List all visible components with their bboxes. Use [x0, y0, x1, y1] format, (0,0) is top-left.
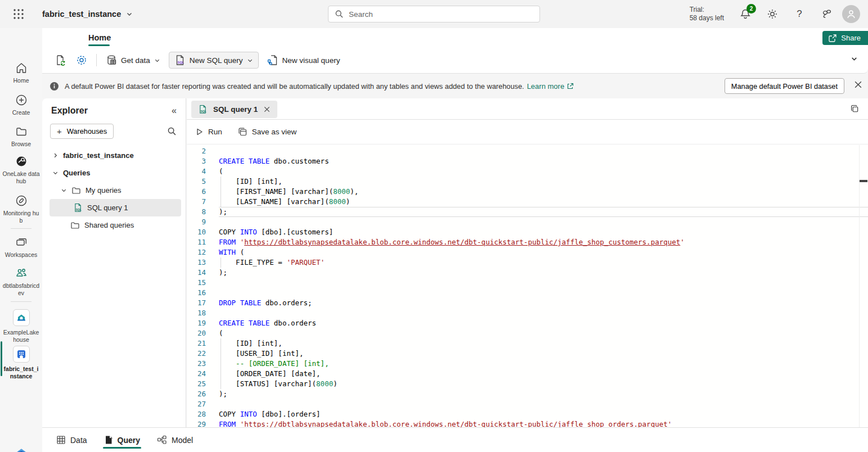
- nav-create[interactable]: Create: [0, 94, 42, 116]
- refresh-button[interactable]: [50, 52, 71, 69]
- code-line[interactable]: 13 FILE_TYPE = 'PARQUET': [187, 257, 868, 268]
- nav-workspaces[interactable]: Workspaces: [0, 236, 42, 259]
- line-content[interactable]: COPY INTO [dbo].[customers]: [219, 227, 868, 237]
- ribbon-expand-chevron-icon[interactable]: [851, 55, 858, 62]
- code-line[interactable]: 20(: [187, 328, 868, 338]
- line-content[interactable]: [USER_ID] [int],: [219, 349, 868, 359]
- collapse-panel-icon[interactable]: «: [172, 106, 177, 116]
- share-button[interactable]: Share: [822, 31, 868, 45]
- line-content[interactable]: [ID] [int],: [219, 177, 868, 187]
- line-content[interactable]: CREATE TABLE dbo.orders: [219, 318, 868, 328]
- new-sql-query-button[interactable]: SQL New SQL query: [169, 52, 259, 69]
- line-content[interactable]: DROP TABLE dbo.orders;: [219, 298, 868, 308]
- add-warehouses-button[interactable]: + Warehouses: [50, 124, 114, 139]
- code-line[interactable]: 27: [187, 399, 868, 409]
- line-content[interactable]: );: [219, 207, 868, 217]
- code-line[interactable]: 10COPY INTO [dbo].[customers]: [187, 227, 868, 237]
- explorer-search-icon[interactable]: [167, 126, 177, 136]
- new-visual-query-button[interactable]: New visual query: [262, 52, 345, 69]
- line-content[interactable]: (: [219, 328, 868, 338]
- close-tab-icon[interactable]: [263, 106, 271, 113]
- code-line[interactable]: 4(: [187, 166, 868, 177]
- tree-item-my-queries[interactable]: My queries: [42, 182, 186, 199]
- banner-close-icon[interactable]: [854, 80, 862, 89]
- code-line[interactable]: 21 [ID] [int],: [187, 338, 868, 349]
- run-button[interactable]: Run: [195, 128, 222, 136]
- line-content[interactable]: [219, 146, 868, 156]
- line-content[interactable]: WITH (: [219, 247, 868, 257]
- view-tab-model[interactable]: Model: [157, 428, 193, 452]
- code-line[interactable]: 15: [187, 278, 868, 288]
- line-content[interactable]: [219, 278, 868, 288]
- notifications-button[interactable]: 2: [732, 0, 759, 28]
- get-data-button[interactable]: Get data: [101, 52, 165, 69]
- feedback-button[interactable]: [813, 0, 840, 28]
- code-line[interactable]: 8);: [187, 207, 868, 217]
- code-line[interactable]: 6 [FIRST_NAME] [varchar](8000),: [187, 187, 868, 197]
- line-content[interactable]: [219, 217, 868, 227]
- sql-editor[interactable]: 23CREATE TABLE dbo.customers4(5 [ID] [in…: [187, 145, 868, 427]
- nav-monitoring-hub[interactable]: Monitoring hub: [0, 195, 42, 224]
- line-content[interactable]: [219, 399, 868, 409]
- code-line[interactable]: 18: [187, 308, 868, 318]
- code-line[interactable]: 16: [187, 288, 868, 298]
- line-content[interactable]: FROM 'https://dbtlabsynapsedatalake.blob…: [219, 419, 868, 427]
- code-line[interactable]: 9: [187, 217, 868, 227]
- manage-dataset-button[interactable]: Manage default Power BI dataset: [725, 78, 844, 94]
- nav-item-fabric-test-instance[interactable]: fabric_test_instance: [0, 346, 42, 380]
- view-tab-data[interactable]: Data: [56, 428, 87, 452]
- line-content[interactable]: [LAST_NAME] [varchar](8000): [219, 197, 868, 207]
- line-content[interactable]: );: [219, 389, 868, 399]
- avatar[interactable]: [842, 5, 860, 23]
- line-content[interactable]: [ORDER_DATE] [date],: [219, 369, 868, 379]
- editor-scrollbar-thumb[interactable]: [860, 180, 867, 182]
- line-content[interactable]: CREATE TABLE dbo.customers: [219, 156, 868, 166]
- line-content[interactable]: -- [ORDER_DATE] [int],: [219, 359, 868, 369]
- code-line[interactable]: 29FROM 'https://dbtlabsynapsedatalake.bl…: [187, 419, 868, 427]
- workspace-switcher[interactable]: fabric_test_instance: [42, 0, 133, 28]
- code-line[interactable]: 24 [ORDER_DATE] [date],: [187, 369, 868, 379]
- nav-item-examplelakehouse[interactable]: ExampleLakehouse: [0, 309, 42, 343]
- line-content[interactable]: (: [219, 166, 868, 177]
- code-line[interactable]: 22 [USER_ID] [int],: [187, 349, 868, 359]
- search-input[interactable]: Search: [328, 6, 540, 22]
- code-line[interactable]: 26);: [187, 389, 868, 399]
- code-line[interactable]: 11FROM 'https://dbtlabsynapsedatalake.bl…: [187, 237, 868, 247]
- code-line[interactable]: 3CREATE TABLE dbo.customers: [187, 156, 868, 166]
- code-line[interactable]: 28COPY INTO [dbo].[orders]: [187, 409, 868, 419]
- nav-onelake-data-hub[interactable]: OneLake data hub: [0, 155, 42, 185]
- nav-home[interactable]: Home: [0, 62, 42, 84]
- tree-item-queries[interactable]: Queries: [42, 164, 186, 182]
- line-content[interactable]: COPY INTO [dbo].[orders]: [219, 409, 868, 419]
- code-line[interactable]: 19CREATE TABLE dbo.orders: [187, 318, 868, 328]
- nav-browse[interactable]: Browse: [0, 125, 42, 148]
- code-line[interactable]: 17DROP TABLE dbo.orders;: [187, 298, 868, 308]
- tree-item-warehouse[interactable]: fabric_test_instance: [42, 147, 186, 164]
- code-line[interactable]: 25 [STATUS] [varchar](8000): [187, 379, 868, 389]
- query-tab-sql-query-1[interactable]: SQL SQL query 1: [191, 101, 277, 118]
- line-content[interactable]: [ID] [int],: [219, 338, 868, 349]
- code-line[interactable]: 7 [LAST_NAME] [varchar](8000): [187, 197, 868, 207]
- copy-icon[interactable]: [850, 104, 860, 114]
- view-tab-query[interactable]: Query: [104, 428, 140, 452]
- line-content[interactable]: FILE_TYPE = 'PARQUET': [219, 257, 868, 268]
- code-line[interactable]: 5 [ID] [int],: [187, 177, 868, 187]
- code-line[interactable]: 14);: [187, 268, 868, 278]
- learn-more-link[interactable]: Learn more: [527, 82, 574, 91]
- nav-workspace-dbtlabsfabricdev[interactable]: dbtlabsfabricdev: [0, 267, 42, 297]
- tree-item-sql-query-1[interactable]: SQL SQL query 1: [50, 199, 181, 216]
- line-content[interactable]: [219, 288, 868, 298]
- help-button[interactable]: ?: [786, 0, 813, 28]
- line-content[interactable]: [FIRST_NAME] [varchar](8000),: [219, 187, 868, 197]
- nav-data-warehouse[interactable]: Data Warehouse: [0, 447, 42, 452]
- app-launcher-icon[interactable]: [12, 8, 25, 20]
- tree-item-shared-queries[interactable]: Shared queries: [42, 216, 186, 234]
- save-as-view-button[interactable]: Save as view: [238, 127, 297, 137]
- sql-editor-lines[interactable]: 23CREATE TABLE dbo.customers4(5 [ID] [in…: [187, 145, 868, 427]
- line-content[interactable]: );: [219, 268, 868, 278]
- line-content[interactable]: [STATUS] [varchar](8000): [219, 379, 868, 389]
- code-line[interactable]: 12WITH (: [187, 247, 868, 257]
- settings-button[interactable]: [759, 0, 786, 28]
- line-content[interactable]: [219, 308, 868, 318]
- code-line[interactable]: 23 -- [ORDER_DATE] [int],: [187, 359, 868, 369]
